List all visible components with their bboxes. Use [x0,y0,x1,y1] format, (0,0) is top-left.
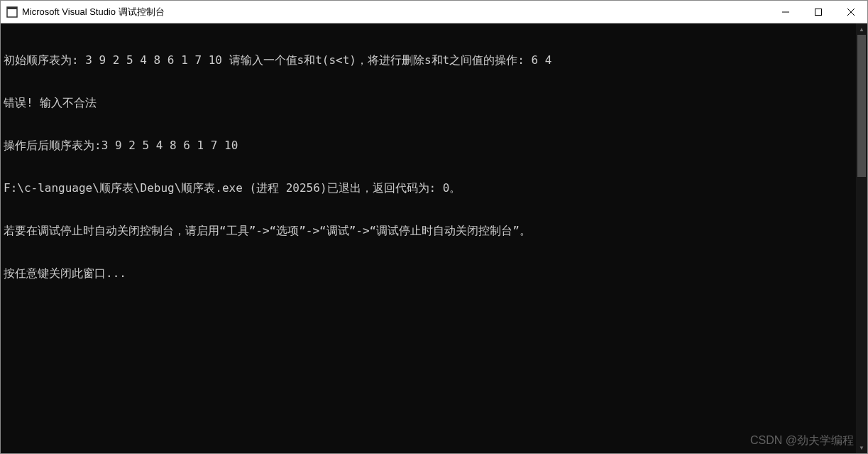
titlebar[interactable]: Microsoft Visual Studio 调试控制台 [1,1,867,23]
console-line: 初始顺序表为: 3 9 2 5 4 8 6 1 7 10 请输入一个值s和t(s… [4,53,853,67]
app-window: Microsoft Visual Studio 调试控制台 初始顺序表为: 3 … [0,0,868,454]
app-icon [6,6,18,18]
window-title: Microsoft Visual Studio 调试控制台 [22,6,769,18]
console-line: 错误! 输入不合法 [4,96,853,110]
console-line: 按任意键关闭此窗口... [4,266,853,281]
console-output[interactable]: 初始顺序表为: 3 9 2 5 4 8 6 1 7 10 请输入一个值s和t(s… [1,23,856,453]
svg-rect-1 [7,7,17,9]
vertical-scrollbar[interactable]: ▲ ▼ [856,23,867,453]
window-controls [769,1,867,23]
scroll-down-arrow[interactable]: ▼ [856,442,867,453]
svg-rect-3 [815,9,822,15]
scroll-up-arrow[interactable]: ▲ [856,23,867,35]
scrollbar-thumb[interactable] [857,35,866,177]
console-line: 操作后后顺序表为:3 9 2 5 4 8 6 1 7 10 [4,139,853,153]
close-button[interactable] [835,1,867,23]
console-line: F:\c-language\顺序表\Debug\顺序表.exe (进程 2025… [4,181,853,195]
maximize-button[interactable] [802,1,835,23]
minimize-button[interactable] [769,1,802,23]
console-line: 若要在调试停止时自动关闭控制台，请启用“工具”->“选项”->“调试”->“调试… [4,224,853,238]
console-area: 初始顺序表为: 3 9 2 5 4 8 6 1 7 10 请输入一个值s和t(s… [1,23,867,453]
